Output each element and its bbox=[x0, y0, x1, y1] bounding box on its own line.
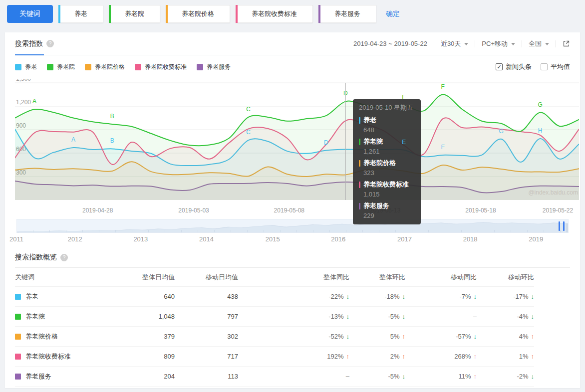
range-dropdown[interactable]: 近30天 bbox=[441, 39, 468, 48]
keyword-tag-label: 养老院收费标准 bbox=[252, 9, 297, 18]
year-label[interactable]: 2015 bbox=[266, 235, 280, 243]
keyword-swatch bbox=[15, 374, 21, 380]
change-value: 4% bbox=[519, 333, 529, 340]
tooltip-item: 养老院1,261 bbox=[359, 137, 415, 155]
change-cell: 5%↑ bbox=[349, 333, 405, 340]
change-cell: -17%↓ bbox=[477, 293, 534, 300]
panel-title: 搜索指数 bbox=[15, 39, 43, 48]
tooltip-name-text: 养老 bbox=[363, 116, 376, 125]
legend-label: 养老 bbox=[25, 63, 37, 71]
help-icon[interactable]: ? bbox=[46, 40, 54, 47]
change-cell: -22%↓ bbox=[238, 293, 349, 300]
keyword-tag[interactable]: 养老 bbox=[58, 5, 103, 23]
change-cell: -5%↓ bbox=[349, 373, 405, 380]
keyword-swatch bbox=[15, 314, 21, 320]
divider bbox=[434, 40, 434, 47]
slider-handle-right[interactable] bbox=[563, 221, 565, 231]
checkbox-icon[interactable] bbox=[541, 63, 548, 70]
chart-plot[interactable]: 3006009001,2001,500@index.baidu.com bbox=[15, 79, 579, 203]
keyword-name: 养老服务 bbox=[25, 372, 51, 381]
toggle-unchecked[interactable]: 平均值 bbox=[541, 62, 570, 71]
divider bbox=[475, 40, 475, 47]
legend-item[interactable]: 养老院价格 bbox=[85, 63, 125, 71]
trend-chart[interactable]: 3006009001,2001,500@index.baidu.com 2019… bbox=[15, 79, 570, 214]
change-cell: -18%↓ bbox=[349, 293, 405, 300]
tooltip-series-name: 养老院 bbox=[359, 137, 415, 146]
help-icon[interactable]: ? bbox=[60, 254, 68, 261]
legend-label: 养老院价格 bbox=[95, 63, 125, 71]
column-header: 移动日均值 bbox=[175, 273, 238, 282]
change-value: -57% bbox=[456, 333, 471, 340]
legend-item[interactable]: 养老院 bbox=[47, 63, 75, 71]
table-row: 养老服务204113–-5%↓11%↑-2%↓ bbox=[15, 367, 534, 387]
slider-handle-left[interactable] bbox=[559, 221, 560, 231]
change-value: 192% bbox=[327, 353, 343, 360]
region-dropdown[interactable]: 全国 bbox=[529, 39, 549, 48]
keyword-tags: 养老养老院养老院价格养老院收费标准养老服务 bbox=[58, 5, 376, 23]
year-label[interactable]: 2018 bbox=[463, 235, 478, 243]
tooltip-value: 648 bbox=[363, 126, 415, 134]
keyword-cell: 养老 bbox=[15, 292, 115, 301]
chevron-down-icon bbox=[545, 43, 549, 45]
tooltip-value: 323 bbox=[363, 169, 415, 177]
x-axis-labels: 2019-04-282019-05-032019-05-082019-05-13… bbox=[15, 205, 570, 214]
chart-legend: 养老养老院养老院价格养老院收费标准养老服务 bbox=[15, 63, 231, 71]
change-cell: -5%↓ bbox=[349, 313, 405, 320]
keyword-swatch bbox=[15, 294, 21, 300]
keyword-label-button[interactable]: 关键词 bbox=[7, 5, 53, 23]
table-header-row: 关键词整体日均值移动日均值整体同比整体环比移动同比移动环比 bbox=[15, 268, 534, 287]
year-label[interactable]: 2017 bbox=[397, 235, 412, 243]
checkbox-icon[interactable]: ✓ bbox=[496, 63, 503, 70]
tooltip-item: 养老648 bbox=[359, 116, 415, 134]
change-value: -22% bbox=[328, 293, 343, 300]
confirm-link[interactable]: 确定 bbox=[386, 9, 400, 18]
legend-swatch bbox=[135, 64, 141, 70]
year-label[interactable]: 2014 bbox=[199, 235, 214, 243]
legend-item[interactable]: 养老院收费标准 bbox=[135, 63, 187, 71]
svg-text:@index.baidu.com: @index.baidu.com bbox=[528, 189, 578, 196]
year-label[interactable]: 2013 bbox=[133, 235, 148, 243]
date-range[interactable]: 2019-04-23 ~ 2019-05-22 bbox=[353, 40, 427, 47]
change-cell: -7%↓ bbox=[405, 293, 477, 300]
mobile-daily-value: 797 bbox=[175, 313, 238, 320]
year-label[interactable]: 2011 bbox=[9, 235, 23, 243]
year-label[interactable]: 2016 bbox=[331, 235, 345, 243]
overall-daily-value: 809 bbox=[115, 353, 175, 360]
tooltip-item: 养老服务229 bbox=[359, 201, 415, 219]
legend-item[interactable]: 养老 bbox=[15, 63, 37, 71]
keyword-tag[interactable]: 养老院收费标准 bbox=[236, 5, 313, 23]
external-link-icon[interactable] bbox=[563, 40, 570, 47]
legend-item[interactable]: 养老服务 bbox=[197, 63, 231, 71]
range-dropdown-value: 近30天 bbox=[441, 39, 461, 48]
keyword-tag-label: 养老服务 bbox=[334, 9, 360, 18]
change-value: – bbox=[346, 373, 349, 380]
tooltip-series-name: 养老服务 bbox=[359, 201, 415, 210]
year-label[interactable]: 2019 bbox=[529, 235, 543, 243]
change-value: 2% bbox=[390, 353, 400, 360]
tooltip-name-text: 养老院价格 bbox=[363, 159, 396, 168]
active-tab-underline bbox=[15, 54, 44, 55]
keyword-color-bar bbox=[58, 5, 60, 23]
change-cell: -52%↓ bbox=[238, 333, 349, 340]
keyword-tag[interactable]: 养老院 bbox=[109, 5, 160, 23]
keyword-name: 养老 bbox=[25, 292, 38, 301]
keyword-name: 养老院 bbox=[25, 312, 45, 321]
year-label[interactable]: 2012 bbox=[68, 235, 82, 243]
timeline-slider[interactable] bbox=[16, 219, 569, 233]
change-value: -4% bbox=[517, 313, 528, 320]
chevron-down-icon bbox=[464, 43, 468, 45]
column-header: 整体同比 bbox=[238, 273, 349, 282]
change-value: 268% bbox=[454, 353, 471, 360]
keyword-cell: 养老服务 bbox=[15, 372, 115, 381]
mobile-daily-value: 302 bbox=[175, 333, 238, 340]
keyword-color-bar bbox=[109, 5, 111, 23]
keyword-swatch bbox=[15, 354, 21, 360]
keyword-tag[interactable]: 养老服务 bbox=[318, 5, 376, 23]
tab-search-index[interactable]: 搜索指数 ? bbox=[15, 32, 54, 55]
toggle-checked[interactable]: ✓新闻头条 bbox=[496, 62, 532, 71]
keyword-tag[interactable]: 养老院价格 bbox=[166, 5, 230, 23]
column-header: 移动同比 bbox=[405, 273, 477, 282]
chart-tooltip: 2019-05-10 星期五 养老648养老院1,261养老院价格323养老院收… bbox=[353, 99, 421, 224]
tooltip-series-name: 养老院价格 bbox=[359, 159, 415, 168]
device-dropdown[interactable]: PC+移动 bbox=[482, 39, 515, 48]
